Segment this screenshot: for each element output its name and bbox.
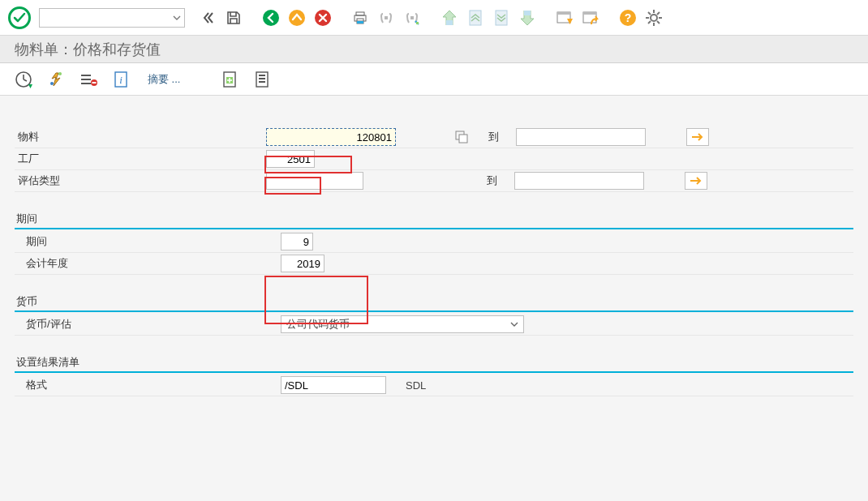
result-group-title: 设置结果清单: [15, 355, 853, 371]
svg-text:i: i: [119, 74, 122, 86]
format-text: SDL: [406, 379, 426, 392]
svg-line-27: [657, 12, 660, 15]
prev-page-icon[interactable]: [464, 6, 487, 29]
cancel-circle-icon[interactable]: [312, 6, 334, 29]
currency-label: 货币/评估: [15, 317, 266, 332]
svg-point-31: [50, 82, 54, 85]
back-chevron-icon[interactable]: [196, 6, 219, 29]
year-label: 会计年度: [15, 256, 266, 271]
material-to-label: 到: [471, 130, 516, 144]
help-icon[interactable]: ?: [617, 6, 639, 29]
period-group-title: 期间: [15, 212, 853, 228]
page-title-bar: 物料单：价格和存货值: [0, 36, 868, 63]
variant-icon[interactable]: [44, 69, 68, 90]
svg-line-25: [657, 21, 660, 24]
execute-icon[interactable]: [11, 69, 36, 90]
svg-rect-8: [410, 16, 414, 19]
currency-select-value: 公司代码货币: [286, 317, 350, 332]
valtype-to-label: 到: [469, 173, 514, 188]
next-page-icon[interactable]: [490, 6, 513, 29]
svg-rect-45: [259, 75, 265, 76]
svg-point-1: [289, 10, 305, 26]
svg-rect-7: [385, 16, 388, 19]
expand-all-icon[interactable]: [217, 69, 242, 90]
collapse-all-icon[interactable]: [250, 69, 274, 90]
currency-group-title: 货币: [15, 294, 853, 310]
material-input[interactable]: [266, 128, 396, 146]
material-multi-select-icon[interactable]: [686, 128, 709, 146]
svg-line-24: [648, 12, 651, 15]
new-session-icon[interactable]: [553, 6, 576, 29]
svg-point-19: [651, 15, 657, 21]
shortcut-icon[interactable]: [579, 6, 602, 29]
svg-rect-34: [81, 79, 91, 80]
material-label: 物料: [15, 130, 266, 144]
material-search-help-icon[interactable]: [453, 128, 471, 146]
svg-rect-46: [259, 78, 265, 79]
valtype-to-input[interactable]: [514, 172, 644, 190]
svg-rect-9: [416, 22, 419, 24]
svg-rect-47: [259, 81, 265, 83]
svg-rect-16: [583, 12, 596, 15]
find-next-icon[interactable]: [401, 6, 423, 29]
currency-select[interactable]: 公司代码货币: [281, 315, 524, 333]
format-label: 格式: [15, 378, 266, 392]
svg-marker-29: [28, 84, 32, 88]
info-icon[interactable]: i: [109, 69, 133, 90]
svg-point-0: [263, 10, 279, 26]
valtype-label: 评估类型: [15, 173, 266, 188]
year-input[interactable]: [281, 255, 324, 272]
print-icon[interactable]: [349, 6, 372, 29]
enter-icon[interactable]: [8, 6, 31, 29]
svg-line-26: [648, 21, 651, 24]
svg-rect-3: [356, 12, 364, 15]
svg-rect-13: [557, 12, 570, 15]
settings-gear-icon[interactable]: [642, 6, 665, 29]
main-toolbar: ?: [0, 0, 868, 36]
divider: [15, 228, 853, 229]
transaction-combo[interactable]: [39, 8, 185, 28]
app-toolbar: i 摘要 ...: [0, 63, 868, 96]
find-icon[interactable]: [375, 6, 397, 29]
summary-button[interactable]: 摘要 ...: [141, 72, 187, 87]
exit-circle-icon[interactable]: [286, 6, 308, 29]
format-input[interactable]: [281, 376, 386, 394]
page-title: 物料单：价格和存货值: [15, 40, 161, 59]
divider: [15, 310, 853, 312]
delete-list-icon[interactable]: [76, 69, 101, 90]
last-page-icon[interactable]: [516, 6, 539, 29]
save-icon[interactable]: [222, 6, 245, 29]
svg-text:?: ?: [625, 11, 632, 24]
material-to-input[interactable]: [516, 128, 646, 146]
plant-label: 工厂: [15, 152, 266, 166]
svg-rect-35: [81, 83, 91, 84]
svg-rect-6: [357, 21, 363, 24]
valtype-multi-select-icon[interactable]: [685, 172, 707, 190]
svg-rect-37: [92, 82, 97, 84]
first-page-icon[interactable]: [438, 6, 461, 29]
svg-rect-49: [459, 135, 467, 143]
valtype-input[interactable]: [266, 172, 363, 190]
svg-rect-33: [81, 75, 91, 76]
svg-point-32: [58, 72, 62, 75]
back-circle-icon[interactable]: [260, 6, 282, 29]
period-label: 期间: [15, 234, 266, 249]
period-input[interactable]: [281, 233, 313, 250]
divider: [15, 371, 853, 373]
plant-input[interactable]: [266, 150, 315, 168]
chevron-down-icon: [510, 320, 518, 328]
